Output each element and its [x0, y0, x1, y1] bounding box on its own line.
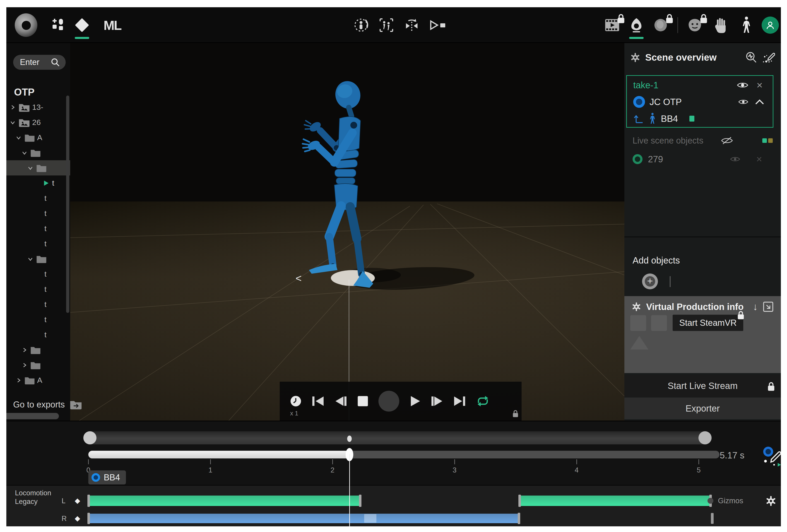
account-avatar-button[interactable] — [761, 7, 780, 43]
diamond-icon — [75, 18, 89, 32]
tree-item[interactable]: 13- — [6, 99, 70, 115]
track-settings-button[interactable] — [765, 495, 777, 507]
timeline-clip-chip[interactable]: BB4 — [88, 470, 126, 485]
search-input[interactable]: Enter — [13, 55, 66, 70]
tree-item[interactable]: A — [6, 130, 70, 145]
close-take-icon[interactable]: × — [753, 80, 766, 90]
download-arrow-icon[interactable]: ↓ — [753, 301, 758, 312]
actor-row[interactable]: BB4 — [627, 110, 773, 127]
timeline-track-played[interactable] — [88, 451, 349, 459]
horizontal-scrollbar[interactable] — [6, 413, 59, 419]
tree-chevron[interactable] — [27, 256, 34, 262]
tree-item[interactable]: t — [6, 221, 70, 236]
timeline-range-slider[interactable] — [83, 431, 711, 444]
tree-chevron[interactable] — [21, 150, 28, 156]
timeline-edit-tool[interactable] — [761, 445, 781, 467]
tree-item-label: t — [52, 179, 54, 187]
scene-object-row[interactable]: 279 × — [624, 151, 781, 167]
tree-chevron[interactable] — [15, 377, 22, 383]
start-steamvr-button[interactable]: Start SteamVR — [673, 315, 743, 331]
gloves-button[interactable] — [712, 7, 730, 43]
mocap-suit-tab-active[interactable] — [628, 7, 645, 43]
tree-item[interactable]: t — [6, 282, 70, 297]
visibility-eye-icon[interactable] — [737, 82, 748, 89]
tree-item[interactable]: t — [6, 297, 70, 312]
stop-button[interactable] — [357, 395, 369, 407]
tree-chevron[interactable] — [15, 134, 22, 141]
tree-item[interactable] — [6, 160, 70, 175]
tree-item-label: t — [44, 270, 46, 279]
add-object-button[interactable]: + — [642, 273, 658, 289]
track-segment-l[interactable] — [88, 495, 361, 506]
calibrate-button[interactable] — [353, 7, 369, 43]
ml-logo-button[interactable]: ML — [99, 7, 126, 43]
tree-item[interactable]: t — [6, 266, 70, 282]
expand-icon[interactable] — [763, 301, 774, 312]
tree-item[interactable] — [6, 145, 70, 160]
playhead-line[interactable] — [349, 454, 350, 526]
viewport-3d[interactable]: < — [70, 43, 624, 421]
tree-item[interactable]: t — [6, 327, 70, 342]
chevron-up-icon[interactable] — [753, 98, 766, 105]
tree-scrollbar[interactable] — [66, 95, 69, 313]
record-button[interactable] — [379, 391, 399, 412]
tree-chevron[interactable] — [21, 362, 28, 368]
search-label: Enter — [20, 58, 39, 67]
live-scene-objects-row[interactable]: Live scene objects — [624, 133, 781, 148]
tree-item[interactable]: A — [6, 373, 70, 388]
skip-to-start-button[interactable] — [312, 395, 324, 407]
actors-frame-button[interactable] — [378, 7, 395, 43]
tree-item[interactable]: 26 — [6, 115, 70, 130]
visibility-eye-dim-icon[interactable] — [730, 156, 740, 162]
lock-icon — [666, 14, 673, 24]
step-forward-button[interactable] — [430, 395, 444, 407]
tree-item[interactable]: t — [6, 236, 70, 251]
close-dim-icon[interactable]: × — [746, 154, 773, 164]
ml-logo-text: ML — [104, 18, 121, 33]
go-to-exports-button[interactable]: Go to exports — [13, 397, 82, 412]
range-start-handle[interactable] — [83, 431, 97, 444]
track-segment-r[interactable] — [88, 514, 519, 523]
video-locked-button[interactable] — [603, 7, 621, 43]
tree-chevron[interactable] — [9, 104, 16, 110]
tree-item-icon — [42, 179, 50, 187]
pulse-search-icon[interactable] — [745, 51, 757, 64]
magic-edit-icon[interactable] — [762, 51, 775, 64]
device-row[interactable]: JC OTP — [627, 93, 773, 110]
tree-item[interactable]: t — [6, 191, 70, 206]
tree-chevron[interactable] — [9, 119, 16, 126]
full-body-button[interactable] — [738, 7, 754, 43]
tree-item[interactable] — [6, 251, 70, 266]
step-back-button[interactable] — [334, 395, 347, 407]
visibility-eye-icon[interactable] — [738, 98, 748, 105]
segment-end-marker[interactable] — [711, 513, 714, 524]
tree-item[interactable]: t — [6, 312, 70, 327]
tree-chevron[interactable] — [21, 347, 28, 353]
prop-locked-button[interactable] — [652, 7, 670, 43]
range-end-handle[interactable] — [699, 431, 711, 444]
tree-item[interactable] — [6, 342, 70, 357]
visibility-off-icon[interactable] — [721, 136, 733, 145]
track-segment-l[interactable] — [519, 495, 711, 506]
tree-item[interactable] — [6, 357, 70, 373]
app-logo[interactable] — [14, 7, 39, 43]
apps-grid-button[interactable] — [51, 7, 65, 43]
track-lane-l[interactable] — [6, 495, 781, 506]
take-row[interactable]: take-1 × — [627, 77, 773, 93]
start-live-stream-button[interactable]: Start Live Stream — [624, 375, 781, 397]
exporter-button[interactable]: Exporter — [624, 398, 781, 419]
timeline-panel: 012345 BB4 5.17 s — [6, 421, 781, 485]
loop-toggle-button[interactable] — [476, 395, 490, 408]
gizmos-toggle[interactable]: Gizmos — [707, 496, 743, 505]
reset-orientation-button[interactable] — [403, 7, 420, 43]
tab-live-active[interactable] — [72, 7, 91, 43]
tree-chevron[interactable] — [27, 165, 34, 171]
play-button[interactable] — [409, 395, 421, 407]
preview-camera-button[interactable] — [428, 7, 448, 43]
skip-to-end-button[interactable] — [453, 395, 466, 407]
face-capture-locked-button[interactable] — [686, 7, 704, 43]
tree-item[interactable]: t — [6, 206, 70, 221]
playback-speed-button[interactable]: x 1 — [290, 395, 302, 407]
tree-item[interactable]: t — [6, 175, 70, 191]
track-lane-r[interactable] — [6, 514, 781, 523]
